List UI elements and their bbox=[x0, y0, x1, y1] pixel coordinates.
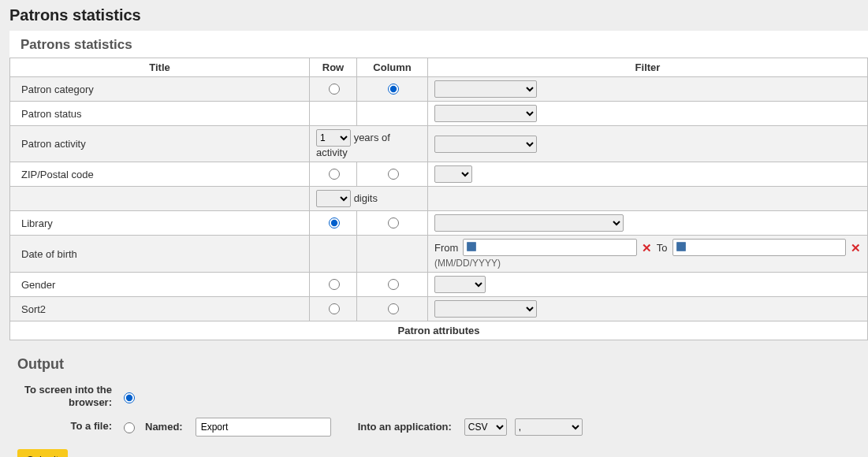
radio-output-screen[interactable] bbox=[124, 392, 135, 403]
radio-row-library[interactable] bbox=[329, 217, 340, 228]
row-zip-digits: digits bbox=[10, 187, 868, 211]
title-patron-category: Patron category bbox=[10, 77, 310, 102]
filter-zip[interactable] bbox=[434, 165, 472, 183]
row-subsection-patron-attributes: Patron attributes bbox=[10, 321, 868, 340]
criteria-table: Title Row Column Filter Patron category … bbox=[9, 58, 868, 340]
label-to-screen: To screen into the browser: bbox=[17, 384, 112, 410]
input-dob-from[interactable] bbox=[463, 239, 636, 256]
hint-dob-format: (MM/DD/YYYY) bbox=[434, 258, 861, 269]
row-dob: Date of birth From ✕ To bbox=[10, 236, 868, 273]
radio-col-zip[interactable] bbox=[388, 169, 399, 180]
section-title: Patrons statistics bbox=[20, 37, 868, 53]
clear-dob-from-icon[interactable]: ✕ bbox=[642, 242, 652, 254]
radio-col-patron-category[interactable] bbox=[388, 84, 399, 95]
th-row: Row bbox=[310, 58, 357, 77]
label-dob-to: To bbox=[657, 242, 668, 254]
select-into-app[interactable]: CSV bbox=[464, 418, 507, 436]
row-sort2: Sort2 bbox=[10, 297, 868, 321]
subsection-patron-attributes: Patron attributes bbox=[10, 321, 868, 340]
th-title: Title bbox=[10, 58, 310, 77]
row-patron-status: Patron status bbox=[10, 102, 868, 126]
clear-dob-to-icon[interactable]: ✕ bbox=[851, 242, 861, 254]
output-heading: Output bbox=[17, 356, 868, 373]
output-section: Output To screen into the browser: To a … bbox=[9, 350, 868, 457]
filter-gender[interactable] bbox=[434, 276, 486, 293]
submit-button[interactable]: Submit bbox=[17, 449, 68, 458]
label-named: Named: bbox=[145, 421, 183, 433]
panel-patrons-statistics: Patrons statistics Title Row Column Filt… bbox=[9, 31, 868, 340]
row-gender: Gender bbox=[10, 273, 868, 297]
input-dob-to[interactable] bbox=[672, 239, 846, 256]
title-patron-activity: Patron activity bbox=[10, 126, 310, 162]
select-activity-years[interactable]: 1 bbox=[316, 129, 351, 147]
radio-col-sort2[interactable] bbox=[388, 303, 399, 314]
radio-row-zip[interactable] bbox=[329, 169, 340, 180]
title-dob: Date of birth bbox=[10, 236, 310, 273]
radio-row-sort2[interactable] bbox=[329, 303, 340, 314]
filter-patron-status[interactable] bbox=[434, 105, 537, 122]
filter-patron-category[interactable] bbox=[434, 80, 537, 98]
filter-library[interactable] bbox=[434, 214, 624, 232]
row-zip: ZIP/Postal code bbox=[10, 162, 868, 187]
label-digits: digits bbox=[354, 192, 378, 204]
row-patron-activity: Patron activity 1 years of activity bbox=[10, 126, 868, 162]
title-patron-status: Patron status bbox=[10, 102, 310, 126]
th-column: Column bbox=[357, 58, 428, 77]
title-gender: Gender bbox=[10, 273, 310, 297]
title-library: Library bbox=[10, 211, 310, 236]
input-file-name[interactable] bbox=[196, 418, 331, 437]
label-into-app: Into an application: bbox=[358, 421, 452, 433]
out-row-file: To a file: Named: Into an application: C… bbox=[17, 418, 868, 437]
page-title: Patrons statistics bbox=[9, 6, 868, 24]
row-patron-category: Patron category bbox=[10, 77, 868, 102]
select-delimiter[interactable]: , bbox=[515, 418, 583, 436]
row-library: Library bbox=[10, 211, 868, 236]
label-to-file: To a file: bbox=[17, 420, 112, 433]
radio-col-gender[interactable] bbox=[388, 279, 399, 290]
radio-row-gender[interactable] bbox=[329, 279, 340, 290]
label-dob-from: From bbox=[434, 242, 458, 254]
th-filter: Filter bbox=[428, 58, 868, 77]
radio-output-file[interactable] bbox=[124, 422, 135, 433]
out-row-screen: To screen into the browser: bbox=[17, 384, 868, 410]
radio-row-patron-category[interactable] bbox=[329, 84, 340, 95]
radio-col-library[interactable] bbox=[388, 217, 399, 228]
title-sort2: Sort2 bbox=[10, 297, 310, 321]
title-zip: ZIP/Postal code bbox=[10, 162, 310, 187]
filter-patron-activity[interactable] bbox=[434, 136, 537, 153]
select-zip-digits[interactable] bbox=[316, 190, 351, 207]
filter-sort2[interactable] bbox=[434, 300, 537, 318]
